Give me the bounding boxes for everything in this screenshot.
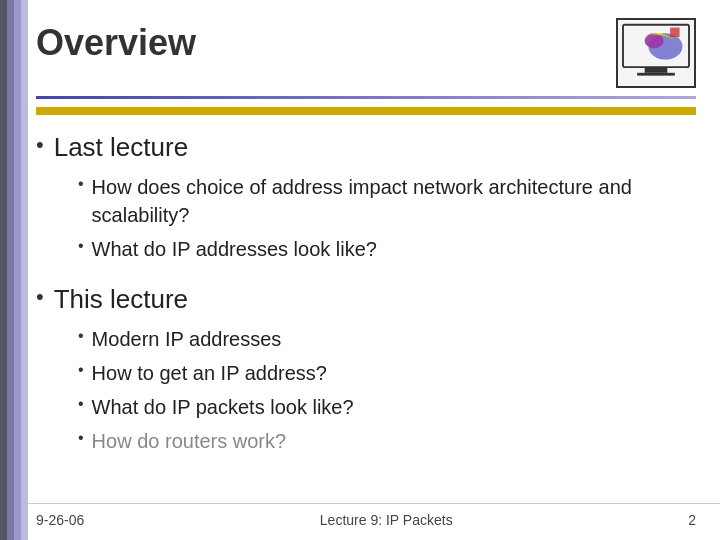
sub-bullet-1-3: • How do routers work? <box>78 427 684 455</box>
this-lecture-subitems: • Modern IP addresses • How to get an IP… <box>78 325 684 455</box>
last-lecture-subitems: • How does choice of address impact netw… <box>78 173 684 263</box>
last-lecture-label: Last lecture <box>54 131 188 165</box>
svg-rect-5 <box>670 28 679 37</box>
footer-page: 2 <box>688 512 696 528</box>
title-divider <box>36 96 696 99</box>
this-lecture-label: This lecture <box>54 283 188 317</box>
sub-dot: • <box>78 235 84 257</box>
yellow-bar <box>36 107 696 115</box>
sub-bullet-1-0: • Modern IP addresses <box>78 325 684 353</box>
sub-text-0-0: How does choice of address impact networ… <box>92 173 684 229</box>
svg-rect-2 <box>637 73 675 76</box>
sub-bullet-1-1: • How to get an IP address? <box>78 359 684 387</box>
sub-text-0-1: What do IP addresses look like? <box>92 235 377 263</box>
sub-dot: • <box>78 325 84 347</box>
section-last-lecture: • Last lecture • How does choice of addr… <box>36 131 684 263</box>
sub-dot: • <box>78 173 84 195</box>
accent-bar-1 <box>0 0 7 540</box>
sub-bullet-0-0: • How does choice of address impact netw… <box>78 173 684 229</box>
bullet-dot: • <box>36 131 44 160</box>
footer-title: Lecture 9: IP Packets <box>320 512 453 528</box>
accent-bar-2 <box>7 0 14 540</box>
slide-header: Overview <box>0 0 720 88</box>
accent-bar-4 <box>21 0 28 540</box>
sub-bullet-0-1: • What do IP addresses look like? <box>78 235 684 263</box>
logo-box <box>616 18 696 88</box>
section-this-lecture: • This lecture • Modern IP addresses • H… <box>36 283 684 455</box>
slide-footer: 9-26-06 Lecture 9: IP Packets 2 <box>0 503 720 540</box>
sub-text-1-0: Modern IP addresses <box>92 325 282 353</box>
svg-rect-1 <box>645 67 668 73</box>
sub-text-1-3: How do routers work? <box>92 427 287 455</box>
sub-text-1-2: What do IP packets look like? <box>92 393 354 421</box>
accent-bar-3 <box>14 0 21 540</box>
logo-icon <box>618 20 694 86</box>
sub-bullet-1-2: • What do IP packets look like? <box>78 393 684 421</box>
left-accent-bars <box>0 0 28 540</box>
main-bullet-last-lecture: • Last lecture <box>36 131 684 165</box>
bullet-dot: • <box>36 283 44 312</box>
slide: Overview • Last lecture <box>0 0 720 540</box>
sub-text-1-1: How to get an IP address? <box>92 359 327 387</box>
sub-dot: • <box>78 427 84 449</box>
svg-point-4 <box>645 33 664 48</box>
slide-content: • Last lecture • How does choice of addr… <box>0 131 720 503</box>
sub-dot: • <box>78 359 84 381</box>
footer-date: 9-26-06 <box>36 512 84 528</box>
main-bullet-this-lecture: • This lecture <box>36 283 684 317</box>
sub-dot: • <box>78 393 84 415</box>
slide-title: Overview <box>36 18 196 64</box>
